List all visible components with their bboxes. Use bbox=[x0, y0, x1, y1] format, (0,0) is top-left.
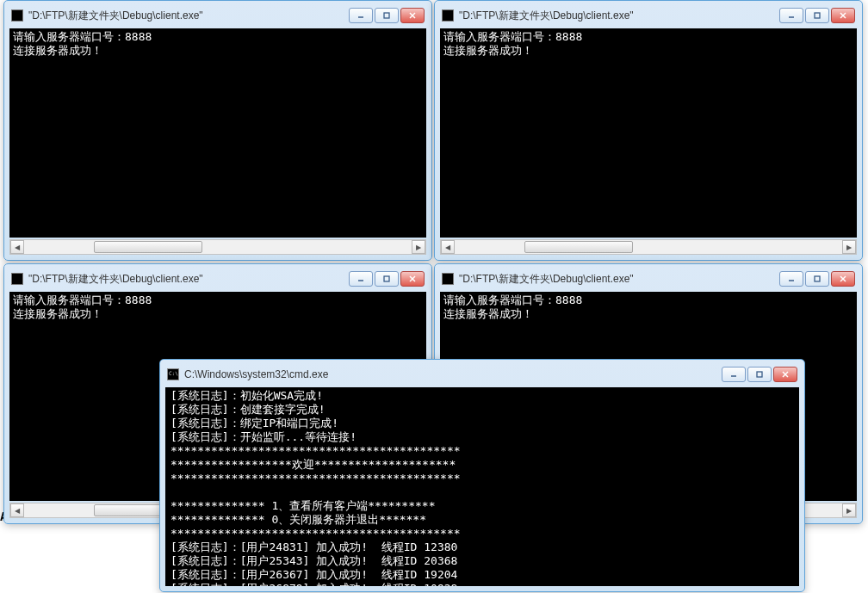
scroll-right-button[interactable]: ▶ bbox=[842, 240, 856, 254]
window-controls bbox=[779, 8, 855, 23]
cmd-icon bbox=[167, 368, 179, 380]
window-controls bbox=[722, 367, 797, 382]
minimize-button[interactable] bbox=[779, 271, 803, 287]
scroll-track[interactable] bbox=[455, 240, 842, 254]
scroll-left-button[interactable]: ◀ bbox=[10, 240, 24, 254]
titlebar[interactable]: "D:\FTP\新建文件夹\Debug\client.exe" bbox=[9, 269, 426, 292]
svg-rect-5 bbox=[815, 13, 820, 18]
titlebar[interactable]: C:\Windows\system32\cmd.exe bbox=[165, 365, 799, 387]
horizontal-scrollbar[interactable]: ◀ ▶ bbox=[440, 239, 857, 255]
horizontal-scrollbar[interactable]: ◀ ▶ bbox=[9, 239, 426, 255]
app-icon bbox=[11, 273, 23, 285]
titlebar[interactable]: "D:\FTP\新建文件夹\Debug\client.exe" bbox=[440, 269, 857, 292]
minimize-button[interactable] bbox=[349, 8, 373, 23]
maximize-button[interactable] bbox=[805, 271, 829, 287]
scroll-track[interactable] bbox=[24, 240, 412, 254]
scroll-thumb[interactable] bbox=[94, 241, 202, 253]
titlebar[interactable]: "D:\FTP\新建文件夹\Debug\client.exe" bbox=[9, 6, 426, 28]
svg-rect-9 bbox=[384, 276, 389, 281]
cmd-window[interactable]: C:\Windows\system32\cmd.exe [系统日志]：初始化WS… bbox=[159, 359, 805, 592]
minimize-button[interactable] bbox=[722, 367, 746, 382]
window-controls bbox=[779, 271, 855, 287]
window-title: "D:\FTP\新建文件夹\Debug\client.exe" bbox=[459, 272, 634, 287]
window-title: "D:\FTP\新建文件夹\Debug\client.exe" bbox=[28, 9, 203, 23]
svg-rect-13 bbox=[815, 276, 820, 281]
window-title: C:\Windows\system32\cmd.exe bbox=[184, 368, 328, 380]
maximize-button[interactable] bbox=[747, 367, 772, 382]
close-button[interactable] bbox=[831, 271, 855, 287]
app-icon bbox=[11, 9, 23, 22]
window-controls bbox=[349, 271, 425, 287]
close-button[interactable] bbox=[831, 8, 855, 23]
scroll-right-button[interactable]: ▶ bbox=[412, 240, 425, 254]
minimize-button[interactable] bbox=[779, 8, 803, 23]
console-output: 请输入服务器端口号：8888 连接服务器成功！ bbox=[440, 28, 857, 238]
svg-rect-17 bbox=[757, 372, 762, 377]
maximize-button[interactable] bbox=[375, 8, 399, 23]
scroll-thumb[interactable] bbox=[524, 241, 633, 253]
window-controls bbox=[349, 8, 425, 23]
maximize-button[interactable] bbox=[375, 271, 399, 287]
app-icon bbox=[442, 273, 454, 285]
maximize-button[interactable] bbox=[805, 8, 829, 23]
console-output: [系统日志]：初始化WSA完成! [系统日志]：创建套接字完成! [系统日志]：… bbox=[165, 387, 799, 586]
scroll-right-button[interactable]: ▶ bbox=[842, 503, 856, 517]
minimize-button[interactable] bbox=[349, 271, 373, 287]
window-title: "D:\FTP\新建文件夹\Debug\client.exe" bbox=[459, 9, 634, 23]
console-output: 请输入服务器端口号：8888 连接服务器成功！ bbox=[9, 28, 426, 238]
window-title: "D:\FTP\新建文件夹\Debug\client.exe" bbox=[28, 272, 203, 287]
close-button[interactable] bbox=[773, 367, 797, 382]
close-button[interactable] bbox=[400, 271, 425, 287]
scroll-left-button[interactable]: ◀ bbox=[10, 503, 24, 517]
titlebar[interactable]: "D:\FTP\新建文件夹\Debug\client.exe" bbox=[440, 6, 857, 28]
scroll-left-button[interactable]: ◀ bbox=[441, 240, 455, 254]
svg-rect-1 bbox=[384, 13, 389, 18]
client-window-2[interactable]: "D:\FTP\新建文件夹\Debug\client.exe" 请输入服务器端口… bbox=[434, 0, 863, 261]
app-icon bbox=[442, 9, 454, 22]
client-window-1[interactable]: "D:\FTP\新建文件夹\Debug\client.exe" 请输入服务器端口… bbox=[3, 0, 432, 261]
close-button[interactable] bbox=[400, 8, 425, 23]
